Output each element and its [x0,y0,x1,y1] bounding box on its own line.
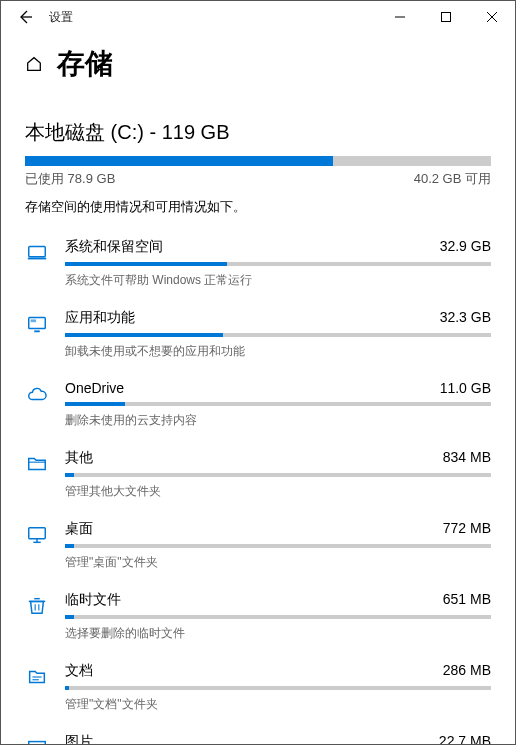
category-item[interactable]: 应用和功能32.3 GB卸载未使用或不想要的应用和功能 [25,301,491,372]
category-bar-fill [65,686,69,690]
category-bar [65,333,491,337]
category-size: 32.9 GB [440,238,491,256]
category-size: 772 MB [443,520,491,538]
category-item[interactable]: OneDrive11.0 GB删除未使用的云支持内容 [25,372,491,441]
page-title: 存储 [57,45,113,83]
desktop-icon [25,520,49,546]
folder-icon [25,449,49,475]
category-name: OneDrive [65,380,124,396]
content-area: 存储 本地磁盘 (C:) - 119 GB 已使用 78.9 GB 40.2 G… [1,33,515,745]
category-name: 应用和功能 [65,309,135,327]
trash-icon [25,591,49,617]
window-title: 设置 [49,9,73,26]
category-item[interactable]: 临时文件651 MB选择要删除的临时文件 [25,583,491,654]
category-name: 桌面 [65,520,93,538]
svg-rect-7 [29,318,46,329]
category-size: 834 MB [443,449,491,467]
drive-used-label: 已使用 78.9 GB [25,170,115,188]
category-size: 651 MB [443,591,491,609]
drive-title: 本地磁盘 (C:) - 119 GB [25,119,491,146]
category-name: 临时文件 [65,591,121,609]
close-button[interactable] [469,1,515,33]
minimize-icon [395,12,405,22]
category-sub: 管理其他大文件夹 [65,483,491,500]
home-icon[interactable] [25,55,43,73]
category-name: 其他 [65,449,93,467]
maximize-icon [441,12,451,22]
minimize-button[interactable] [377,1,423,33]
drive-usage-fill [25,156,333,166]
arrow-left-icon [17,9,33,25]
maximize-button[interactable] [423,1,469,33]
category-size: 22.7 MB [439,733,491,745]
category-list: 系统和保留空间32.9 GB系统文件可帮助 Windows 正常运行应用和功能3… [25,230,491,745]
category-bar [65,544,491,548]
document-icon [25,662,49,688]
close-icon [487,12,497,22]
drive-usage-row: 已使用 78.9 GB 40.2 GB 可用 [25,170,491,188]
drive-description: 存储空间的使用情况和可用情况如下。 [25,198,491,216]
category-bar [65,473,491,477]
category-name: 文档 [65,662,93,680]
category-size: 32.3 GB [440,309,491,327]
category-item[interactable]: 图片22.7 MB [25,725,491,745]
category-name: 系统和保留空间 [65,238,163,256]
drive-usage-bar [25,156,491,166]
picture-icon [25,733,49,745]
category-item[interactable]: 文档286 MB管理"文档"文件夹 [25,654,491,725]
category-item[interactable]: 其他834 MB管理其他大文件夹 [25,441,491,512]
category-bar-fill [65,402,125,406]
apps-icon [25,309,49,335]
svg-rect-5 [29,247,46,257]
svg-rect-8 [34,330,40,332]
category-bar [65,615,491,619]
titlebar: 设置 [1,1,515,33]
category-bar-fill [65,473,74,477]
cloud-icon [25,380,49,406]
category-sub: 卸载未使用或不想要的应用和功能 [65,343,491,360]
svg-rect-10 [29,528,46,539]
category-sub: 管理"文档"文件夹 [65,696,491,713]
category-size: 286 MB [443,662,491,680]
category-bar [65,262,491,266]
svg-rect-6 [28,258,46,260]
svg-rect-2 [442,13,451,22]
category-bar-fill [65,544,74,548]
category-item[interactable]: 系统和保留空间32.9 GB系统文件可帮助 Windows 正常运行 [25,230,491,301]
back-button[interactable] [9,1,41,33]
category-sub: 系统文件可帮助 Windows 正常运行 [65,272,491,289]
svg-rect-19 [29,742,46,745]
category-bar [65,686,491,690]
page-header: 存储 [25,45,491,83]
category-sub: 选择要删除的临时文件 [65,625,491,642]
drive-free-label: 40.2 GB 可用 [414,170,491,188]
category-sub: 删除未使用的云支持内容 [65,412,491,429]
category-sub: 管理"桌面"文件夹 [65,554,491,571]
svg-rect-9 [31,319,36,322]
category-bar [65,402,491,406]
device-icon [25,238,49,264]
category-item[interactable]: 桌面772 MB管理"桌面"文件夹 [25,512,491,583]
category-bar-fill [65,262,227,266]
category-bar-fill [65,615,74,619]
category-name: 图片 [65,733,93,745]
category-size: 11.0 GB [440,380,491,396]
category-bar-fill [65,333,223,337]
